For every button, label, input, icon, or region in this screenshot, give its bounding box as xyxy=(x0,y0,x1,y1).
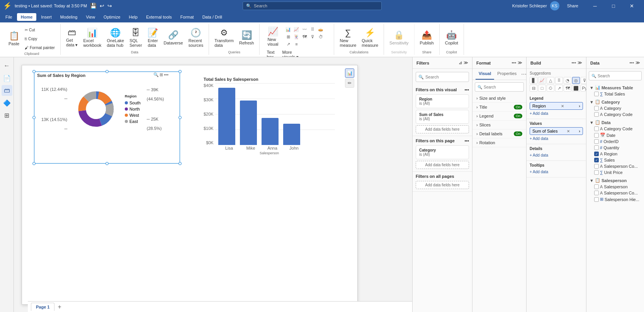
field-region[interactable]: Region ✕ › xyxy=(530,102,583,110)
format-search-input[interactable] xyxy=(484,85,533,89)
funnel-icon[interactable]: ⊽ xyxy=(309,33,316,40)
format-size-style[interactable]: › Size and style xyxy=(472,94,526,103)
line-chart-icon[interactable]: 📈 xyxy=(292,26,300,33)
table-salesperson[interactable]: ▼ 📋 Salesperson xyxy=(588,177,642,184)
filter-card-sum-sales[interactable]: Sum of Sales is (All) xyxy=(416,110,469,124)
page-tab-1[interactable]: Page 1 xyxy=(31,303,54,311)
add-data-page-btn[interactable]: Add data fields here xyxy=(416,161,469,169)
bar-chart-type-button[interactable]: 📊 xyxy=(345,68,354,78)
left-icon-model[interactable]: 🔷 xyxy=(2,97,12,108)
checkbox-unit-price[interactable] xyxy=(594,170,599,175)
focus-mode-button[interactable]: ✏ xyxy=(345,78,354,88)
remove-sum-sales-btn[interactable]: ✕ xyxy=(567,129,570,133)
copy-button[interactable]: ⎘ Copy xyxy=(22,34,57,43)
field-quantity[interactable]: # Quantity xyxy=(588,145,642,151)
checkbox-salesperson[interactable] xyxy=(594,184,599,189)
bar-chart-icon[interactable]: 📊 xyxy=(284,26,292,33)
gauge-icon[interactable]: ⏱ xyxy=(317,33,325,40)
checkbox-orderid[interactable] xyxy=(594,139,599,144)
slicer-icon[interactable]: ≡ xyxy=(292,41,300,48)
new-visual-button[interactable]: 📈 Newvisual xyxy=(263,26,283,48)
field-sum-sales[interactable]: Sum of Sales ✕ › xyxy=(530,127,583,135)
sug-scatter-icon[interactable]: ⠿ xyxy=(555,77,563,84)
share-button[interactable]: Share xyxy=(562,2,583,10)
dataverse-button[interactable]: 🔗 Dataverse xyxy=(161,27,185,49)
left-icon-report[interactable]: 📄 xyxy=(2,73,12,84)
checkbox-data-catcode[interactable] xyxy=(594,126,599,131)
legend-toggle[interactable]: On xyxy=(514,114,522,118)
data-search-input[interactable] xyxy=(598,74,644,78)
checkbox-category-code[interactable] xyxy=(594,112,599,117)
sug-matrix-icon[interactable]: ⊟ xyxy=(530,85,537,92)
maximize-button[interactable]: □ xyxy=(605,0,622,12)
table-category[interactable]: ▼ 📋 Category xyxy=(588,99,642,105)
field-total-sales[interactable]: ∑ Total Sales xyxy=(588,91,642,97)
data-more-icon[interactable]: ••• xyxy=(629,60,634,65)
format-rotation-section[interactable]: › Rotation xyxy=(472,138,526,147)
area-chart-icon[interactable]: 〰 xyxy=(301,26,308,33)
tab-properties[interactable]: Properties xyxy=(494,69,520,80)
onelake-button[interactable]: 🌐 OneLakedata hub xyxy=(105,27,127,49)
filter-card-category[interactable]: Category is (All) xyxy=(416,145,469,159)
expand-sum-sales-btn[interactable]: › xyxy=(579,129,580,133)
checkbox-total-sales[interactable] xyxy=(594,92,599,96)
tab-visual[interactable]: Visual xyxy=(476,69,494,80)
filters-search-input[interactable] xyxy=(425,75,479,79)
format-expand-icon[interactable]: ≫ xyxy=(518,60,522,65)
field-region[interactable]: ✓ A Region xyxy=(588,151,642,157)
menu-optimize[interactable]: Optimize xyxy=(100,13,124,21)
field-category-code-cat[interactable]: A Category Code xyxy=(588,111,642,118)
field-date[interactable]: 📅 Date xyxy=(588,132,642,138)
menu-format[interactable]: Format xyxy=(177,13,198,21)
donut-chart-visual[interactable]: Sum of Sales by Region 🔍 ⊞ ••• 11K (12.4… xyxy=(34,71,180,164)
field-unit-price[interactable]: ∑ Unit Price xyxy=(588,169,642,176)
field-salesperson[interactable]: A Salesperson xyxy=(588,184,642,190)
sql-server-button[interactable]: 🗄 SQLServer xyxy=(127,27,144,49)
titlebar-search-box[interactable]: 🔍 Search xyxy=(243,2,382,10)
menu-file[interactable]: File xyxy=(2,13,16,21)
menu-insert[interactable]: Insert xyxy=(37,13,56,21)
field-data-catcode[interactable]: A Category Code xyxy=(588,126,642,132)
canvas-page[interactable]: Sum of Sales by Region 🔍 ⊞ ••• 11K (12.4… xyxy=(22,65,358,305)
field-sales[interactable]: ✓ ∑ Sales xyxy=(588,157,642,163)
field-category[interactable]: A Category xyxy=(588,105,642,111)
map-icon[interactable]: 🗺 xyxy=(301,33,308,40)
checkbox-sales[interactable]: ✓ xyxy=(594,158,599,162)
format-detail-labels-section[interactable]: › Detail labels On xyxy=(472,130,526,138)
checkbox-salesperson-co2[interactable] xyxy=(594,191,599,195)
add-page-button[interactable]: + xyxy=(58,303,61,310)
checkbox-category[interactable] xyxy=(594,106,599,111)
format-more-icon[interactable]: ••• xyxy=(511,60,516,65)
field-salesperson-co[interactable]: A Salesperson Co... xyxy=(588,163,642,169)
publish-button[interactable]: 📤 Publish xyxy=(418,27,436,49)
filter-funnel-icon[interactable]: ⊿ xyxy=(459,60,462,65)
sug-funnel-icon[interactable]: ⊽ xyxy=(581,77,586,84)
sug-map-icon[interactable]: 🗺 xyxy=(564,85,571,92)
format-search-box[interactable]: 🔍 xyxy=(475,82,524,92)
add-data-tooltips-btn[interactable]: + Add data xyxy=(530,169,583,175)
filters-search-box[interactable]: 🔍 xyxy=(416,72,469,82)
sensitivity-button[interactable]: 🔒 Sensitivity xyxy=(387,27,411,49)
text-box-button[interactable]: Textbox xyxy=(263,49,278,57)
scatter-icon[interactable]: ⠿ xyxy=(309,26,316,33)
recent-sources-button[interactable]: 🕐 Recentsources xyxy=(186,27,206,49)
table-measures[interactable]: ▼ 📊 Measures Table xyxy=(588,84,642,91)
checkbox-date[interactable] xyxy=(594,133,599,138)
sug-line-icon[interactable]: 📈 xyxy=(538,77,546,84)
table-icon[interactable]: ⊞ xyxy=(284,33,292,40)
menu-help[interactable]: Help xyxy=(125,13,142,21)
sug-treemap-icon[interactable]: ⬛ xyxy=(572,85,580,92)
filter-card-region[interactable]: Region is (All) xyxy=(416,94,469,108)
filters-visual-more[interactable]: ••• xyxy=(464,87,469,92)
sug-kpi-icon[interactable]: ↗ xyxy=(555,85,563,92)
more-icon[interactable]: ••• xyxy=(164,72,168,77)
close-button[interactable]: ✕ xyxy=(623,0,641,12)
kpi-icon[interactable]: ↗ xyxy=(284,41,292,48)
sug-card-icon[interactable]: □ xyxy=(538,85,546,92)
cut-button[interactable]: ✂ Cut xyxy=(22,26,57,34)
data-expand-icon[interactable]: ≫ xyxy=(636,60,640,65)
remove-region-btn[interactable]: ✕ xyxy=(561,104,564,108)
sug-more-icon[interactable]: Py xyxy=(581,85,586,92)
quick-access-save[interactable]: 💾 xyxy=(90,3,97,9)
expand-region-btn[interactable]: › xyxy=(579,104,580,108)
